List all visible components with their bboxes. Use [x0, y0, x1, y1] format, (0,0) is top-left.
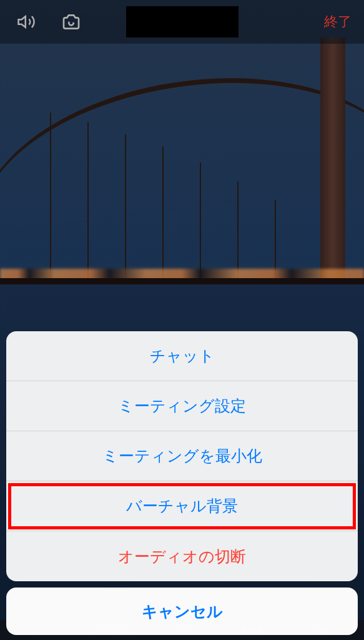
option-chat[interactable]: チャット [6, 331, 358, 381]
action-sheet: チャット ミーティング設定 ミーティングを最小化 バーチャル背景 オーディオの切… [6, 331, 358, 640]
action-sheet-options: チャット ミーティング設定 ミーティングを最小化 バーチャル背景 オーディオの切… [6, 331, 358, 581]
option-minimize-meeting[interactable]: ミーティングを最小化 [6, 431, 358, 481]
cancel-button[interactable]: キャンセル [6, 588, 358, 635]
option-disconnect-audio[interactable]: オーディオの切断 [6, 531, 358, 581]
option-virtual-background[interactable]: バーチャル背景 [6, 481, 358, 531]
option-meeting-settings[interactable]: ミーティング設定 [6, 381, 358, 431]
